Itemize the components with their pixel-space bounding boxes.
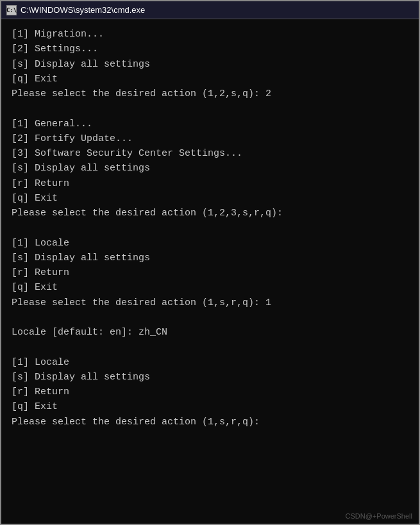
window-title: C:\WINDOWS\system32\cmd.exe xyxy=(21,5,145,15)
terminal-output: [1] Migration... [2] Settings... [s] Dis… xyxy=(12,27,408,429)
terminal-body[interactable]: [1] Migration... [2] Settings... [s] Dis… xyxy=(1,19,419,524)
window-icon: C:\ xyxy=(6,5,17,15)
watermark: CSDN@+PowerShell xyxy=(346,512,412,520)
title-bar: C:\ C:\WINDOWS\system32\cmd.exe xyxy=(1,1,419,19)
cmd-window: C:\ C:\WINDOWS\system32\cmd.exe [1] Migr… xyxy=(0,0,420,525)
